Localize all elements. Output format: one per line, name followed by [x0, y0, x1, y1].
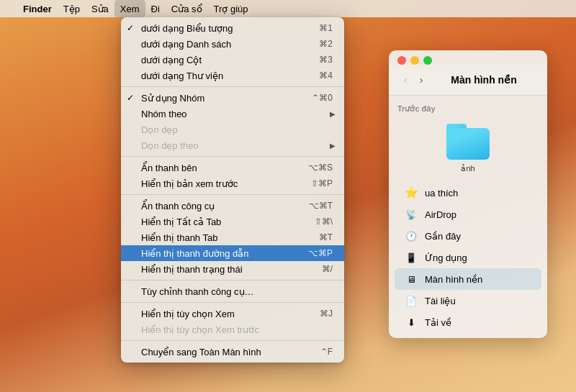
checkmark-bieu-tuong: ✓	[127, 23, 134, 33]
sidebar-body: Trước đây ảnh ⭐ ua thích 📡 AirDrop 🕐 Gần…	[389, 96, 547, 338]
sidebar-item-man-hinh-nen[interactable]: 🖥 Màn hình nền	[395, 268, 541, 290]
shortcut-thanh-trang-thai: ⌘/	[307, 264, 333, 274]
sidebar-title: Màn hình nền	[429, 74, 539, 86]
maximize-button[interactable]	[423, 56, 432, 65]
sep1	[121, 86, 344, 87]
icloud-drive-icon: ☁	[403, 336, 419, 338]
airdrop-icon: 📡	[403, 206, 419, 222]
menu-tuy-chinh-thanh-cong-cu[interactable]: Tùy chỉnh thanh công cụ…	[121, 283, 344, 299]
tai-lieu-icon: 📄	[403, 293, 419, 309]
shortcut-tat-ca-tab: ⇧⌘\	[300, 216, 333, 227]
minimize-button[interactable]	[410, 56, 419, 65]
menu-don-dep: Dọn dẹp	[121, 122, 344, 137]
sep6	[121, 340, 344, 341]
shortcut-bieu-tuong: ⌘1	[305, 23, 333, 33]
folder-label: ảnh	[461, 164, 474, 173]
back-button[interactable]: ‹	[397, 72, 413, 88]
menu-thanh-duong-dan[interactable]: Hiển thị thanh đường dẫn ⌥⌘P	[121, 245, 344, 261]
sidebar-item-airdrop[interactable]: 📡 AirDrop	[395, 204, 541, 225]
close-button[interactable]	[397, 56, 406, 65]
traffic-lights	[389, 50, 547, 65]
menu-ban-xem-truoc[interactable]: Hiển thị bản xem trước ⇧⌘P	[121, 176, 344, 191]
shortcut-nhom: ⌃⌘0	[297, 93, 333, 103]
menu-an-thanh-ben[interactable]: Ẩn thanh bên ⌥⌘S	[121, 160, 344, 176]
menu-thanh-tab[interactable]: Hiển thị thanh Tab ⌘T	[121, 229, 344, 245]
menu-tuy-chon-xem[interactable]: Hiển thị tùy chọn Xem ⌘J	[121, 306, 344, 322]
apple-menu[interactable]	[6, 0, 17, 17]
checkmark-nhom: ✓	[127, 93, 134, 103]
shortcut-ban-xem-truoc: ⇧⌘P	[297, 178, 333, 188]
menubar-cuaso[interactable]: Cửa sổ	[166, 0, 208, 17]
folder-body	[446, 128, 490, 160]
menubar-tep[interactable]: Tệp	[58, 0, 86, 17]
menu-danh-sach[interactable]: dưới dạng Danh sách ⌘2	[121, 36, 344, 52]
tai-ve-icon: ⬇	[403, 314, 419, 330]
sidebar-item-gan-day[interactable]: 🕐 Gần đây	[395, 225, 541, 247]
menu-an-thanh-cong-cu[interactable]: Ẩn thanh công cụ ⌥⌘T	[121, 198, 344, 214]
shortcut-cot: ⌘3	[305, 55, 333, 65]
sidebar-item-ua-thich[interactable]: ⭐ ua thích	[395, 182, 541, 204]
sep5	[121, 302, 344, 303]
ua-thich-icon: ⭐	[403, 185, 419, 201]
menu-tuy-chon-xem-truoc: Hiển thị tùy chọn Xem trước	[121, 322, 344, 337]
menubar-finder[interactable]: Finder	[17, 0, 58, 17]
ung-dung-icon: 📱	[403, 250, 419, 265]
sidebar-item-tai-ve[interactable]: ⬇ Tải về	[395, 311, 541, 333]
xem-dropdown-menu: ✓ dưới dạng Biểu tượng ⌘1 dưới dạng Danh…	[121, 17, 344, 363]
sep3	[121, 194, 344, 195]
shortcut-an-thanh-ben: ⌥⌘S	[294, 163, 333, 173]
folder-preview: ảnh	[389, 115, 547, 182]
sidebar-item-tai-lieu[interactable]: 📄 Tài liệu	[395, 290, 541, 311]
menu-cot[interactable]: dưới dạng Cột ⌘3	[121, 52, 344, 68]
finder-sidebar-panel: ‹ › Màn hình nền Trước đây ảnh ⭐ ua thíc…	[389, 50, 547, 338]
menubar-di[interactable]: Đi	[145, 0, 166, 17]
man-hinh-nen-icon: 🖥	[403, 271, 419, 287]
menubar-sua[interactable]: Sửa	[86, 0, 114, 17]
menu-tat-ca-tab[interactable]: Hiển thị Tất cả Tab ⇧⌘\	[121, 214, 344, 229]
shortcut-danh-sach: ⌘2	[305, 39, 333, 49]
shortcut-thu-vien: ⌘4	[305, 70, 333, 81]
shortcut-thanh-duong-dan: ⌥⌘P	[294, 248, 333, 258]
menubar: Finder Tệp Sửa Xem Đi Cửa sổ Trợ giúp	[0, 0, 576, 17]
sep2	[121, 156, 344, 157]
sidebar-header: ‹ › Màn hình nền	[389, 65, 547, 96]
shortcut-toan-man-hinh: ⌃F	[306, 347, 333, 357]
sidebar-section-recent: Trước đây	[389, 101, 547, 115]
menu-bieu-tuong[interactable]: ✓ dưới dạng Biểu tượng ⌘1	[121, 20, 344, 36]
forward-button[interactable]: ›	[413, 72, 429, 88]
menubar-trogiup[interactable]: Trợ giúp	[208, 0, 254, 17]
menu-thu-vien[interactable]: dưới dạng Thư viện ⌘4	[121, 68, 344, 83]
shortcut-an-thanh-cong-cu: ⌥⌘T	[294, 201, 333, 211]
menu-nhom-theo[interactable]: Nhóm theo	[121, 106, 344, 122]
sidebar-item-ung-dung[interactable]: 📱 Ứng dụng	[395, 247, 541, 268]
menu-su-dung-nhom[interactable]: ✓ Sử dụng Nhóm ⌃⌘0	[121, 90, 344, 106]
menu-don-dep-theo: Dọn dẹp theo	[121, 137, 344, 153]
shortcut-thanh-tab: ⌘T	[305, 232, 333, 242]
menubar-xem[interactable]: Xem	[114, 0, 145, 17]
menu-thanh-trang-thai[interactable]: Hiển thị thanh trạng thái ⌘/	[121, 261, 344, 277]
folder-icon-large	[446, 124, 490, 160]
gan-day-icon: 🕐	[403, 228, 419, 244]
sidebar-item-icloud-drive[interactable]: ☁ iCloud Drive	[395, 333, 541, 338]
menu-toan-man-hinh[interactable]: Chuyển sang Toàn Màn hình ⌃F	[121, 344, 344, 360]
sep4	[121, 280, 344, 281]
shortcut-tuy-chon-xem: ⌘J	[305, 309, 333, 319]
